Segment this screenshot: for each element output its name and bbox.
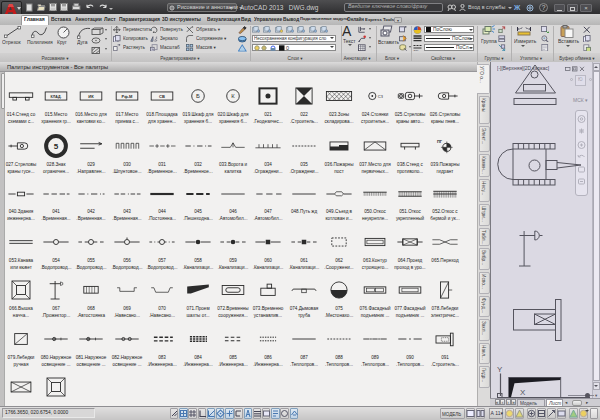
svg-text:Б: Б (196, 93, 200, 99)
svg-text:Рф-М: Рф-М (121, 94, 133, 99)
svg-text:СВ: СВ (159, 94, 165, 99)
svg-text:ОТК: ОТК (414, 49, 419, 51)
svg-text:5: 5 (54, 142, 59, 151)
svg-text:ИК: ИК (89, 94, 95, 99)
svg-text:ПГ: ПГ (437, 139, 443, 144)
svg-text:X: X (520, 388, 526, 397)
svg-text:К: К (231, 93, 235, 99)
svg-text:КЛАД.: КЛАД. (50, 95, 61, 99)
svg-text:Y: Y (497, 365, 503, 374)
svg-text:СЗ: СЗ (377, 94, 383, 99)
